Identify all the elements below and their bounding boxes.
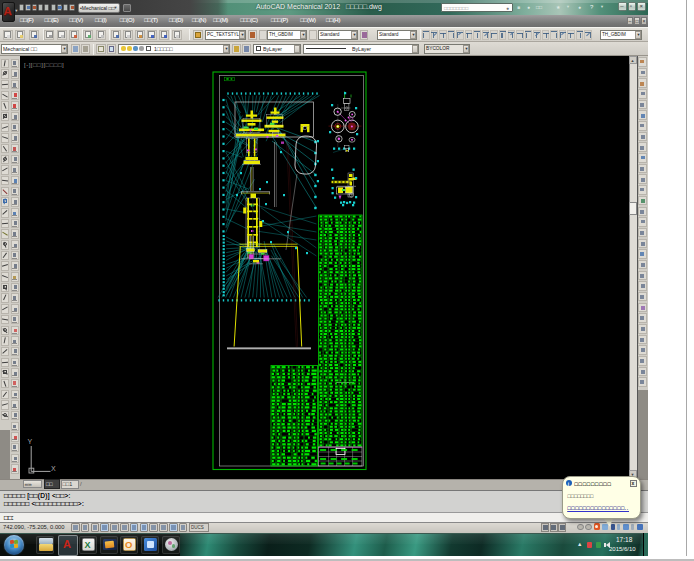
svg-text:[-][□□][□□□□]: [-][□□][□□□□] bbox=[24, 62, 64, 68]
svg-text:X: X bbox=[51, 465, 56, 472]
svg-text:Y: Y bbox=[28, 438, 33, 445]
